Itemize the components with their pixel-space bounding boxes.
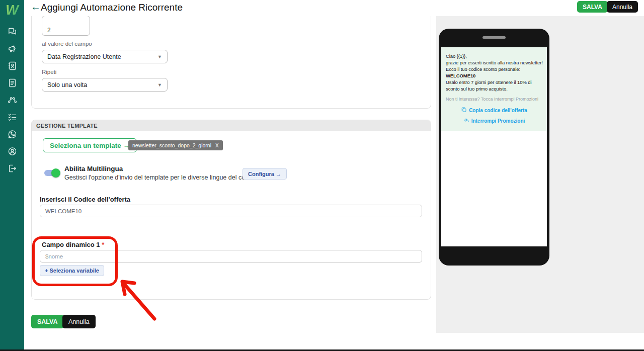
checklist-icon bbox=[7, 112, 18, 124]
page-header: ← Aggiungi Automazione Ricorrente SALVA … bbox=[24, 0, 644, 16]
template-section-header: GESTIONE TEMPLATE bbox=[32, 120, 431, 131]
multilingual-title: Abilita Multilingua bbox=[64, 165, 123, 172]
document-icon bbox=[7, 78, 18, 90]
message-preview: Ciao {{1}}, grazie per esserti iscritto … bbox=[441, 47, 547, 131]
message-code: WELCOME10 bbox=[446, 72, 542, 79]
message-line: Ecco il tuo codice sconto personale: bbox=[446, 66, 542, 72]
megaphone-icon bbox=[7, 44, 18, 56]
dynamic-field-label: Campo dinamico 1 * bbox=[42, 241, 104, 248]
copy-code-button[interactable]: Copia codice dell'offerta bbox=[461, 107, 527, 114]
chevron-down-icon: ▼ bbox=[157, 82, 162, 87]
phone-mockup: Ciao {{1}}, grazie per esserti iscritto … bbox=[439, 29, 549, 266]
logout-icon bbox=[7, 163, 18, 176]
field-of-value-label: al valore del campo bbox=[42, 41, 92, 47]
message-line: Usalo entro 7 giorni per ottenere il 10%… bbox=[446, 79, 542, 92]
offer-code-input[interactable] bbox=[40, 205, 422, 217]
sidebar-item-documents[interactable] bbox=[7, 78, 18, 89]
message-footer-note: Non ti interessa? Tocca Interrompi Promo… bbox=[446, 97, 542, 102]
sidebar-nav bbox=[0, 27, 24, 174]
copy-icon bbox=[461, 107, 467, 114]
reply-arrow-icon bbox=[463, 117, 469, 124]
sidebar: W bbox=[0, 0, 24, 350]
message-line: grazie per esserti iscritto alla nostra … bbox=[446, 59, 542, 66]
sidebar-item-logout[interactable] bbox=[7, 164, 18, 174]
phone-screen: Ciao {{1}}, grazie per esserti iscritto … bbox=[441, 47, 547, 246]
repeat-select[interactable]: Solo una volta ▼ bbox=[42, 78, 168, 92]
header-save-button[interactable]: SALVA bbox=[577, 1, 608, 13]
multilingual-toggle[interactable] bbox=[43, 168, 60, 178]
sidebar-item-account[interactable] bbox=[7, 147, 18, 157]
chip-close-icon[interactable]: X bbox=[215, 143, 219, 148]
interval-value-input[interactable] bbox=[42, 16, 90, 36]
message-buttons: Copia codice dell'offerta Interrompi Pro… bbox=[446, 107, 542, 124]
sidebar-item-contacts[interactable] bbox=[7, 61, 18, 72]
chevron-down-icon: ▼ bbox=[157, 54, 162, 59]
stop-promotions-button[interactable]: Interrompi Promozioni bbox=[463, 117, 525, 124]
whatsapp-icon bbox=[7, 129, 18, 141]
repeat-select-value: Solo una volta bbox=[47, 81, 87, 89]
multilingual-description: Gestisci l'opzione d'invio del template … bbox=[64, 174, 261, 181]
phone-speaker bbox=[482, 36, 506, 39]
sidebar-item-lists[interactable] bbox=[7, 113, 18, 123]
toggle-thumb bbox=[51, 168, 60, 178]
contacts-book-icon bbox=[7, 61, 18, 73]
configure-button[interactable]: Configura → bbox=[243, 168, 287, 180]
dynamic-field-input[interactable] bbox=[40, 250, 422, 262]
back-arrow-icon[interactable]: ← bbox=[31, 1, 41, 13]
offer-code-label: Inserisci il Codice dell'offerta bbox=[40, 196, 130, 203]
field-select-value: Data Registrazione Utente bbox=[47, 53, 121, 60]
account-icon bbox=[7, 146, 18, 158]
page-title: Aggiungi Automazione Ricorrente bbox=[41, 2, 183, 13]
repeat-label: Ripeti bbox=[42, 69, 56, 75]
select-template-button[interactable]: Seleziona un template → bbox=[43, 138, 137, 152]
sidebar-item-whatsapp[interactable] bbox=[7, 130, 18, 140]
template-chip: newsletter_sconto_dopo_2_giorni X bbox=[128, 140, 223, 150]
chat-icon bbox=[7, 27, 18, 39]
flow-nodes-icon bbox=[7, 95, 18, 107]
template-chip-label: newsletter_sconto_dopo_2_giorni bbox=[132, 142, 211, 148]
field-select[interactable]: Data Registrazione Utente ▼ bbox=[42, 50, 168, 63]
message-greeting: Ciao {{1}}, bbox=[446, 53, 542, 59]
app-logo[interactable]: W bbox=[0, 3, 24, 18]
timing-card: al valore del campo Data Registrazione U… bbox=[31, 11, 431, 109]
footer-save-button[interactable]: SALVA bbox=[31, 315, 64, 328]
footer-cancel-button[interactable]: Annulla bbox=[62, 315, 96, 328]
header-cancel-button[interactable]: Annulla bbox=[607, 1, 638, 13]
sidebar-item-broadcast[interactable] bbox=[7, 44, 18, 55]
template-card: GESTIONE TEMPLATE Seleziona un template … bbox=[31, 120, 431, 300]
sidebar-item-chat[interactable] bbox=[7, 27, 18, 38]
sidebar-item-automations[interactable] bbox=[7, 96, 18, 106]
select-variable-button[interactable]: + Seleziona variabile bbox=[40, 265, 104, 276]
required-asterisk: * bbox=[102, 241, 104, 248]
